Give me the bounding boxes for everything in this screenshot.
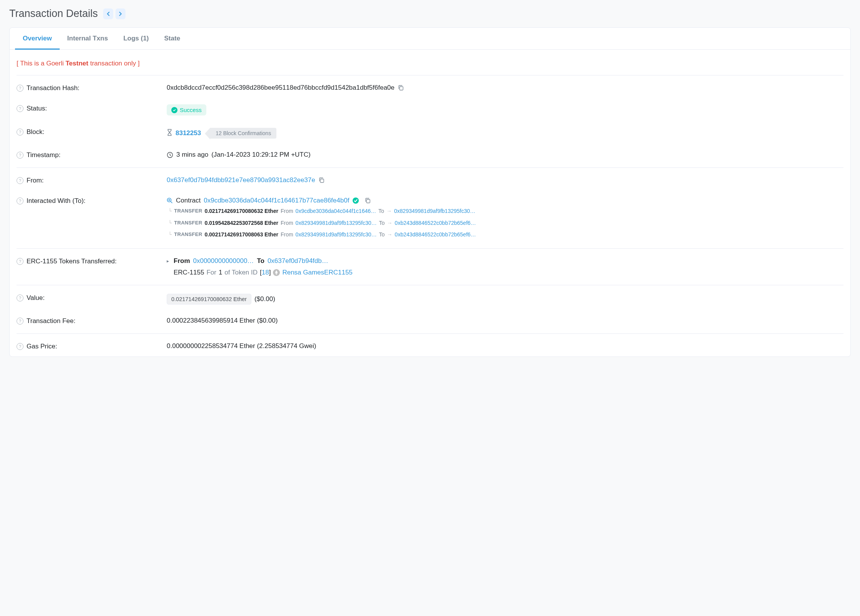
help-icon[interactable]: ? (17, 318, 23, 325)
row-gasprice: ? Gas Price: 0.000000002258534774 Ether … (10, 336, 850, 357)
token-name-link[interactable]: Rensa GamesERC1155 (282, 269, 352, 276)
row-txfee: ? Transaction Fee: 0.000223845639985914 … (10, 311, 850, 331)
tree-corner-icon: └ (168, 218, 172, 228)
from-address-link[interactable]: 0x637ef0d7b94fdbb921e7ee8790a9931ac82ee3… (167, 176, 315, 184)
copy-icon[interactable] (398, 85, 404, 91)
label-status: Status: (27, 105, 47, 112)
magnify-plus-icon[interactable] (167, 198, 173, 204)
divider (17, 248, 843, 249)
divider (17, 285, 843, 285)
timestamp-ago: 3 mins ago (176, 151, 208, 159)
label-gasprice: Gas Price: (27, 343, 57, 350)
internal-transfer-row: └ TRANSFER 0.021714269170080632 Ether Fr… (167, 206, 843, 216)
header: Transaction Details (9, 8, 851, 20)
verified-icon (352, 197, 359, 204)
label-to: Interacted With (To): (27, 197, 85, 205)
help-icon[interactable]: ? (17, 152, 23, 159)
block-link[interactable]: 8312253 (176, 129, 201, 137)
help-icon[interactable]: ? (17, 258, 23, 265)
svg-rect-5 (366, 199, 370, 203)
help-icon[interactable]: ? (17, 295, 23, 301)
caret-right-icon[interactable]: ▸ (167, 258, 169, 264)
transfer-to-link[interactable]: 0xb243d8846522c0bb72b65ef6… (395, 229, 476, 240)
transfer-to-link[interactable]: 0x829349981d9af9fb13295fc30… (394, 206, 475, 216)
help-icon[interactable]: ? (17, 85, 23, 92)
tab-internal-txns[interactable]: Internal Txns (60, 28, 116, 50)
row-txhash: ? Transaction Hash: 0xdcb8dccd7eccf0d256… (10, 78, 850, 98)
copy-icon[interactable] (318, 177, 325, 183)
transfer-to-link[interactable]: 0xb243d8846522c0bb72b65ef6… (395, 218, 476, 228)
label-txhash: Transaction Hash: (27, 84, 79, 92)
label-erc1155: ERC-1155 Tokens Transferred: (27, 258, 117, 265)
testnet-banner: [ This is a Goerli Testnet transaction o… (10, 50, 850, 73)
label-txfee: Transaction Fee: (27, 317, 75, 325)
internal-transfer-row: └ TRANSFER 0.002171426917008063 Ether Fr… (167, 229, 843, 240)
to-address-link[interactable]: 0x9cdbe3036da04c044f1c164617b77cae86fe4b… (204, 197, 349, 204)
tab-logs[interactable]: Logs (1) (115, 28, 156, 50)
contract-label: Contract (176, 197, 201, 204)
tab-state[interactable]: State (157, 28, 188, 50)
token-id-link[interactable]: 18 (262, 269, 269, 276)
tree-corner-icon: └ (168, 230, 172, 239)
internal-transfer-row: └ TRANSFER 0.019542842253072568 Ether Fr… (167, 218, 843, 228)
row-erc1155: ? ERC-1155 Tokens Transferred: ▸ From 0x… (10, 251, 850, 283)
help-icon[interactable]: ? (17, 343, 23, 350)
transfer-from-link[interactable]: 0x829349981d9af9fb13295fc30… (296, 229, 377, 240)
copy-icon[interactable] (365, 198, 371, 204)
token-icon (273, 269, 280, 276)
row-from: ? From: 0x637ef0d7b94fdbb921e7ee8790a993… (10, 170, 850, 191)
check-circle-icon (171, 107, 177, 113)
value-usd: ($0.00) (254, 295, 275, 303)
svg-point-4 (353, 198, 359, 204)
divider (17, 333, 843, 334)
row-status: ? Status: Success (10, 98, 850, 122)
help-icon[interactable]: ? (17, 177, 23, 184)
erc1155-to-link[interactable]: 0x637ef0d7b94fdb… (268, 257, 328, 265)
value-txhash: 0xdcb8dccd7eccf0d256c398d286bee95118ed76… (167, 84, 395, 92)
status-badge: Success (167, 104, 206, 116)
row-to: ? Interacted With (To): Contract 0x9cdbe… (10, 191, 850, 246)
svg-rect-2 (320, 179, 324, 182)
help-icon[interactable]: ? (17, 105, 23, 112)
value-pill: 0.021714269170080632 Ether (167, 294, 251, 305)
row-block: ? Block: 8312253 12 Block Confirmations (10, 122, 850, 145)
clock-icon (167, 152, 173, 158)
help-icon[interactable]: ? (17, 129, 23, 136)
transfer-from-link[interactable]: 0x9cdbe3036da04c044f1c1646… (296, 206, 376, 216)
next-tx-button[interactable] (115, 8, 125, 19)
row-timestamp: ? Timestamp: 3 mins ago (Jan-14-2023 10:… (10, 145, 850, 165)
txfee-value: 0.000223845639985914 Ether ($0.00) (167, 317, 278, 325)
confirmations-badge: 12 Block Confirmations (210, 128, 276, 139)
tree-corner-icon: └ (168, 206, 172, 216)
page-title: Transaction Details (9, 8, 98, 20)
arrow-right-icon: → (387, 218, 392, 228)
label-timestamp: Timestamp: (27, 151, 60, 159)
tx-card: Overview Internal Txns Logs (1) State [ … (9, 27, 851, 357)
label-value: Value: (27, 294, 45, 302)
tabs: Overview Internal Txns Logs (1) State (10, 28, 850, 50)
tab-overview[interactable]: Overview (15, 28, 60, 50)
row-value: ? Value: 0.021714269170080632 Ether ($0.… (10, 288, 850, 311)
arrow-right-icon: → (387, 229, 392, 240)
label-block: Block: (27, 128, 44, 136)
nav-arrows (103, 8, 125, 19)
prev-tx-button[interactable] (103, 8, 113, 19)
transfer-from-link[interactable]: 0x829349981d9af9fb13295fc30… (296, 218, 377, 228)
help-icon[interactable]: ? (17, 198, 23, 204)
hourglass-icon (167, 129, 172, 138)
divider (17, 167, 843, 168)
arrow-right-icon: → (386, 206, 392, 216)
timestamp-full: (Jan-14-2023 10:29:12 PM +UTC) (211, 151, 311, 159)
erc1155-from-link[interactable]: 0x0000000000000… (193, 257, 254, 265)
gasprice-value: 0.000000002258534774 Ether (2.258534774 … (167, 342, 316, 350)
divider (17, 75, 843, 75)
label-from: From: (27, 177, 44, 184)
svg-rect-0 (400, 87, 403, 90)
